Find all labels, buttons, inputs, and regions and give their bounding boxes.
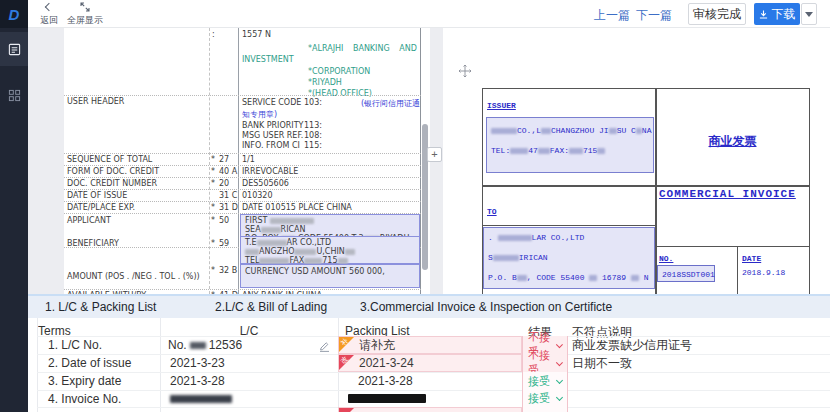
packing-cell[interactable] bbox=[338, 390, 522, 407]
lc-cell[interactable]: 2021-3-23 bbox=[160, 354, 338, 372]
field-tag: 32 B bbox=[219, 266, 237, 275]
to-label: TO bbox=[487, 207, 497, 216]
result-select[interactable] bbox=[522, 407, 568, 412]
redacted-text bbox=[597, 148, 605, 154]
invoice-title-cn: 商业发票 bbox=[655, 133, 810, 150]
beneficiary-highlight: T.EAR CO.,LTD ANGZHOU,CHIN TELFAX715 bbox=[240, 236, 420, 264]
term-cell: 2. Date of issue bbox=[37, 354, 160, 372]
result-select[interactable]: 接受 bbox=[522, 372, 568, 390]
zoom-in-button[interactable]: + bbox=[427, 147, 442, 162]
grid-icon bbox=[8, 89, 21, 102]
invoice-no-value: 2018SSDT001 bbox=[662, 270, 715, 279]
result-value: 接受 bbox=[528, 391, 550, 406]
field-star: * bbox=[211, 203, 215, 212]
field-value: SERVICE CODE bbox=[242, 98, 301, 107]
next-doc-link[interactable]: 下一篇 bbox=[636, 7, 672, 24]
to-value: P.O. B bbox=[488, 273, 517, 282]
field-star: * bbox=[211, 266, 215, 275]
field-tag: 59 bbox=[219, 239, 229, 248]
review-complete-button[interactable]: 审核完成 bbox=[688, 3, 746, 25]
invoice-document-viewer[interactable]: ISSUER CO.,LCHANGZHOU JISU CNA TEL:47FAX… bbox=[443, 28, 830, 294]
move-handle-icon[interactable] bbox=[458, 64, 472, 78]
redacted-text bbox=[348, 394, 426, 403]
packing-cell[interactable]: 2021-3-28 bbox=[338, 372, 522, 390]
packing-value: 2021-3-24 bbox=[359, 356, 414, 370]
redacted-text bbox=[589, 275, 597, 281]
invoice-title-en: COMMERCIAL INVOICE bbox=[659, 188, 796, 200]
field-star: * bbox=[211, 179, 215, 188]
to-value: IRICAN bbox=[519, 253, 548, 262]
comparison-tabbar: 1. L/C & Packing List 2.L/C & Bill of La… bbox=[28, 296, 830, 318]
remark-cell[interactable]: 商业发票缺少信用证号 bbox=[572, 336, 822, 354]
redacted-text bbox=[259, 258, 289, 264]
packing-cell[interactable]: 补 请补充 bbox=[338, 336, 522, 354]
field-value: DATE 010515 PLACE CHINA bbox=[242, 203, 352, 212]
sidebar-item-apps[interactable] bbox=[0, 78, 28, 112]
field-value: CURRENCY USD AMOUNT 560 000, bbox=[245, 267, 385, 276]
result-select[interactable]: 接受 bbox=[522, 390, 568, 407]
download-more-button[interactable] bbox=[801, 3, 817, 25]
column-divider bbox=[238, 28, 239, 294]
field-value: T.E bbox=[245, 238, 257, 247]
field-value: MSG USER REF. bbox=[242, 131, 303, 140]
remark-cell[interactable] bbox=[572, 390, 822, 407]
fullscreen-button[interactable]: 全屏显示 bbox=[64, 1, 106, 27]
vertical-scrollbar[interactable] bbox=[422, 124, 428, 270]
left-sidebar bbox=[0, 28, 28, 412]
field-value: 1/1 bbox=[242, 155, 255, 164]
remark-cell[interactable] bbox=[572, 372, 822, 390]
field-value: AR CO.,LTD bbox=[287, 238, 332, 247]
tab-commercial-invoice[interactable]: 3.Commercial Invoice & Inspection on Cer… bbox=[360, 300, 612, 314]
field-value: 115: bbox=[304, 141, 322, 150]
supplement-badge: 补 bbox=[339, 337, 354, 352]
fullscreen-label: 全屏显示 bbox=[67, 14, 103, 27]
lc-cell[interactable]: 2021-3-28 bbox=[160, 372, 338, 390]
top-toolbar: D 返回 全屏显示 上一篇 下一篇 审核完成 下载 bbox=[0, 0, 830, 28]
field-label: FORM OF DOC. CREDIT bbox=[67, 167, 159, 176]
field-value: 010320 bbox=[242, 191, 273, 200]
redacted-text bbox=[636, 128, 642, 134]
advising-bank-line: *RIYADH bbox=[308, 78, 342, 87]
cn-annotation: (银行间信用证通 bbox=[360, 98, 420, 109]
term-cell: 1. L/C No. bbox=[37, 336, 160, 354]
back-button[interactable]: 返回 bbox=[36, 1, 62, 27]
sidebar-item-document[interactable] bbox=[0, 32, 28, 66]
redacted-text bbox=[609, 128, 617, 134]
field-value: IRREVOCABLE bbox=[242, 167, 298, 176]
redacted-text bbox=[538, 148, 550, 154]
edit-pencil-icon[interactable] bbox=[318, 340, 330, 352]
field-label: USER HEADER bbox=[67, 97, 124, 106]
amount-highlight: CURRENCY USD AMOUNT 560 000, bbox=[240, 264, 420, 288]
lc-cell[interactable]: No. 12536 bbox=[160, 336, 338, 354]
download-button[interactable]: 下载 bbox=[754, 3, 800, 25]
table-line bbox=[482, 225, 655, 226]
field-label: DATE OF ISSUE bbox=[67, 191, 127, 200]
issuer-value: TEL: bbox=[491, 146, 510, 155]
lc-cell[interactable] bbox=[160, 390, 338, 407]
redacted-text bbox=[304, 258, 322, 264]
field-label: DOC. CREDIT NUMBER bbox=[67, 179, 157, 188]
tab-lc-bill-of-lading[interactable]: 2.L/C & Bill of Lading bbox=[215, 300, 327, 314]
field-star: * bbox=[211, 216, 215, 225]
to-value: CODE 55400 bbox=[536, 273, 584, 282]
tab-lc-packing-list[interactable]: 1. L/C & Packing List bbox=[45, 300, 156, 314]
redacted-text bbox=[190, 342, 206, 349]
field-value: 103: bbox=[304, 98, 322, 107]
prev-doc-link[interactable]: 上一篇 bbox=[594, 7, 630, 24]
lc-document-viewer[interactable]: : 1557 N *ALRAJHI BANKING AND INVESTMENT… bbox=[64, 28, 430, 294]
table-line bbox=[655, 88, 657, 294]
field-tag: 50 bbox=[219, 216, 229, 225]
result-select[interactable]: 不接受 bbox=[522, 354, 568, 372]
redacted-text bbox=[631, 275, 639, 281]
swift-colon: : bbox=[212, 30, 215, 39]
issuer-value: SU C bbox=[617, 126, 636, 135]
packing-cell[interactable] bbox=[338, 407, 522, 412]
chevron-down-icon bbox=[556, 359, 563, 366]
advising-bank-line: *ALRAJHI BANKING AND bbox=[308, 44, 417, 53]
packing-cell[interactable]: 改 2021-3-24 bbox=[338, 354, 522, 372]
remark-cell[interactable]: 日期不一致 bbox=[572, 354, 822, 372]
invoice-no-highlight: 2018SSDT001 bbox=[657, 265, 715, 282]
issuer-value: 715 bbox=[583, 146, 597, 155]
table-line bbox=[655, 246, 810, 247]
field-tag: 40 A bbox=[219, 167, 237, 176]
